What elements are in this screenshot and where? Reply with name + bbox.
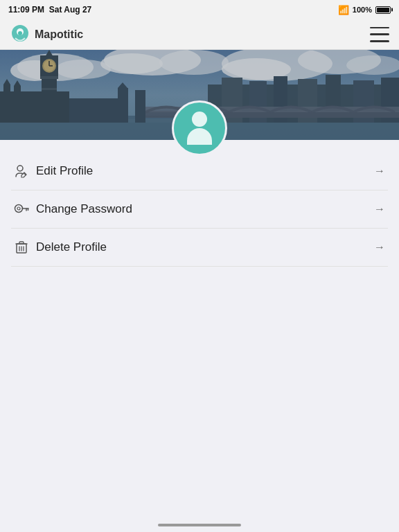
change-password-label: Change Password [36,202,132,216]
battery-percent: 100% [353,6,372,14]
app-name: Mapotitic [35,28,83,41]
edit-profile-item[interactable]: Edit Profile → [11,152,388,190]
svg-point-48 [15,205,23,213]
wifi-icon: 📶 [338,5,349,15]
hamburger-line-1 [370,27,389,29]
change-password-item[interactable]: Change Password → [11,190,388,229]
home-indicator [158,524,241,526]
edit-profile-icon [14,163,29,179]
trash-icon [14,240,29,255]
status-bar: 11:09 PM Sat Aug 27 📶 100% [0,0,399,19]
logo-container: Mapotitic [10,24,83,45]
app-logo-icon [10,24,30,45]
delete-profile-arrow-icon: → [374,241,385,254]
hamburger-line-3 [370,40,389,42]
status-time-date: 11:09 PM Sat Aug 27 [8,5,91,15]
menu-list: Edit Profile → Change Password → [0,152,399,267]
avatar-person-icon [187,112,212,145]
hamburger-menu-button[interactable] [370,27,389,42]
delete-profile-item[interactable]: Delete Profile → [11,229,388,267]
edit-profile-arrow-icon: → [374,165,385,177]
hamburger-line-2 [370,33,389,35]
status-icons: 📶 100% [338,5,391,15]
svg-point-49 [17,207,20,210]
change-password-arrow-icon: → [374,203,385,215]
edit-profile-label: Edit Profile [36,164,93,178]
battery-icon [375,6,391,14]
svg-rect-55 [19,242,24,244]
nav-bar: Mapotitic [0,19,399,50]
delete-profile-label: Delete Profile [36,240,107,254]
key-icon [14,202,29,217]
user-avatar [172,100,227,156]
svg-point-2 [18,31,22,35]
svg-point-46 [17,166,23,171]
